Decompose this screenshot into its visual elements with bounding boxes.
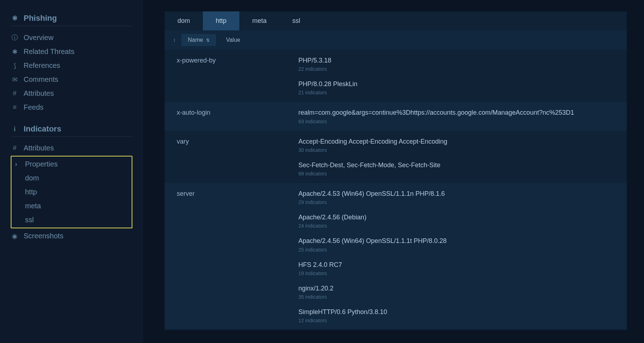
value-indicator-count: 22 indicators — [298, 66, 619, 72]
table-row: serverApache/2.4.53 (Win64) OpenSSL/1.1.… — [165, 183, 627, 330]
hash-icon — [11, 144, 19, 152]
table-row: x-powered-byPHP/5.3.1822 indicatorsPHP/8… — [165, 50, 627, 102]
main-content: dom http meta ssl Name Value x-powered-b… — [143, 0, 644, 343]
list-icon — [11, 104, 19, 111]
tab-ssl[interactable]: ssl — [279, 11, 313, 30]
sidebar-subitem-http[interactable]: http — [11, 185, 132, 199]
sidebar: Phishing Overview Related Threats Refere… — [0, 0, 143, 343]
row-values: PHP/5.3.1822 indicatorsPHP/8.0.28 PleskL… — [298, 56, 619, 95]
sidebar-item-comments[interactable]: Comments — [11, 73, 132, 86]
row-name: server — [177, 189, 298, 323]
value-block[interactable]: SimpleHTTP/0.6 Python/3.8.1012 indicator… — [298, 308, 619, 323]
value-block[interactable]: Apache/2.4.56 (Debian)24 indicators — [298, 213, 619, 229]
column-header-name[interactable]: Name — [181, 34, 216, 46]
sidebar-item-feeds[interactable]: Feeds — [11, 100, 132, 114]
sidebar-item-screenshots[interactable]: Screenshots — [11, 229, 132, 243]
value-text: Sec-Fetch-Dest, Sec-Fetch-Mode, Sec-Fetc… — [298, 161, 619, 170]
sidebar-subitem-ssl[interactable]: ssl — [11, 213, 132, 227]
sidebar-item-attributes-2[interactable]: Attributes — [11, 141, 132, 155]
row-values: Accept-Encoding Accept-Encoding Accept-E… — [298, 137, 619, 177]
sidebar-header-indicators: Indicators — [11, 121, 132, 137]
sidebar-item-label: Attributes — [24, 144, 54, 152]
value-text: realm=com.google&args=continue%3Dhttps:/… — [298, 108, 619, 117]
sidebar-item-label: Comments — [24, 75, 58, 84]
value-block[interactable]: PHP/8.0.28 PleskLin21 indicators — [298, 80, 619, 95]
bug-icon — [11, 48, 19, 56]
value-indicator-count: 68 indicators — [298, 171, 619, 177]
sidebar-item-related-threats[interactable]: Related Threats — [11, 45, 132, 59]
sidebar-properties-group: Properties dom http meta ssl — [11, 156, 132, 228]
sidebar-subitem-dom[interactable]: dom — [11, 171, 132, 185]
table-body: x-powered-byPHP/5.3.1822 indicatorsPHP/8… — [165, 50, 627, 330]
value-text: SimpleHTTP/0.6 Python/3.8.10 — [298, 308, 619, 317]
sidebar-item-overview[interactable]: Overview — [11, 30, 132, 45]
sidebar-item-label: Overview — [24, 34, 53, 42]
value-indicator-count: 21 indicators — [298, 90, 619, 95]
row-values: Apache/2.4.53 (Win64) OpenSSL/1.1.1n PHP… — [298, 189, 619, 323]
sidebar-item-label: Feeds — [24, 103, 44, 111]
value-text: Apache/2.4.56 (Win64) OpenSSL/1.1.1t PHP… — [298, 237, 619, 245]
value-text: nginx/1.20.2 — [298, 284, 619, 293]
comment-icon — [11, 76, 19, 84]
value-indicator-count: 24 indicators — [298, 223, 619, 229]
tab-http[interactable]: http — [203, 11, 239, 30]
table-row: varyAccept-Encoding Accept-Encoding Acce… — [165, 131, 627, 183]
value-indicator-count: 29 indicators — [298, 199, 619, 205]
value-indicator-count: 25 indicators — [298, 247, 619, 253]
value-block[interactable]: realm=com.google&args=continue%3Dhttps:/… — [298, 108, 619, 124]
sidebar-item-label: Attributes — [24, 89, 54, 98]
value-block[interactable]: HFS 2.4.0 RC719 indicators — [298, 260, 619, 276]
value-indicator-count: 35 indicators — [298, 294, 619, 300]
column-header-value[interactable]: Value — [220, 34, 247, 46]
row-sort-icon[interactable] — [171, 37, 178, 43]
value-block[interactable]: PHP/5.3.1822 indicators — [298, 56, 619, 72]
value-block[interactable]: Accept-Encoding Accept-Encoding Accept-E… — [298, 137, 619, 153]
table-header: Name Value — [165, 30, 627, 50]
value-text: HFS 2.4.0 RC7 — [298, 260, 619, 269]
info-icon — [11, 33, 19, 42]
sidebar-item-label: Properties — [25, 160, 58, 168]
tab-dom[interactable]: dom — [165, 11, 203, 30]
sidebar-item-references[interactable]: References — [11, 59, 132, 73]
value-indicator-count: 19 indicators — [298, 270, 619, 276]
sidebar-item-label: Related Threats — [24, 48, 74, 56]
hash-icon — [11, 90, 19, 97]
value-block[interactable]: Apache/2.4.53 (Win64) OpenSSL/1.1.1n PHP… — [298, 189, 619, 205]
tab-row: dom http meta ssl — [165, 11, 627, 30]
tab-meta[interactable]: meta — [239, 11, 279, 30]
sidebar-header-phishing: Phishing — [11, 11, 132, 26]
sidebar-item-label: References — [24, 61, 60, 70]
sidebar-item-label: Screenshots — [24, 232, 63, 240]
info-i-icon — [11, 125, 19, 133]
sidebar-item-properties[interactable]: Properties — [11, 157, 132, 171]
table-row: x-auto-loginrealm=com.google&args=contin… — [165, 102, 627, 130]
value-text: Apache/2.4.53 (Win64) OpenSSL/1.1.1n PHP… — [298, 189, 619, 198]
sidebar-header-phishing-label: Phishing — [24, 14, 57, 23]
value-indicator-count: 30 indicators — [298, 147, 619, 153]
sort-icon — [206, 37, 210, 43]
sidebar-item-attributes[interactable]: Attributes — [11, 86, 132, 100]
value-text: PHP/8.0.28 PleskLin — [298, 80, 619, 89]
value-block[interactable]: nginx/1.20.235 indicators — [298, 284, 619, 300]
value-block[interactable]: Apache/2.4.56 (Win64) OpenSSL/1.1.1t PHP… — [298, 237, 619, 252]
bug-icon — [11, 14, 19, 22]
value-indicator-count: 63 indicators — [298, 119, 619, 124]
value-block[interactable]: Sec-Fetch-Dest, Sec-Fetch-Mode, Sec-Fetc… — [298, 161, 619, 177]
sidebar-header-indicators-label: Indicators — [24, 124, 61, 134]
rss-icon — [11, 62, 19, 70]
value-indicator-count: 12 indicators — [298, 318, 619, 323]
row-name: vary — [177, 137, 298, 177]
value-text: PHP/5.3.18 — [298, 56, 619, 65]
row-name: x-auto-login — [177, 108, 298, 124]
value-text: Apache/2.4.56 (Debian) — [298, 213, 619, 222]
properties-panel: dom http meta ssl Name Value x-powered-b… — [165, 11, 627, 330]
chevron-right-icon — [12, 160, 20, 168]
value-text: Accept-Encoding Accept-Encoding Accept-E… — [298, 137, 619, 146]
camera-icon — [11, 232, 19, 240]
row-name: x-powered-by — [177, 56, 298, 95]
row-values: realm=com.google&args=continue%3Dhttps:/… — [298, 108, 619, 124]
sidebar-subitem-meta[interactable]: meta — [11, 199, 132, 213]
